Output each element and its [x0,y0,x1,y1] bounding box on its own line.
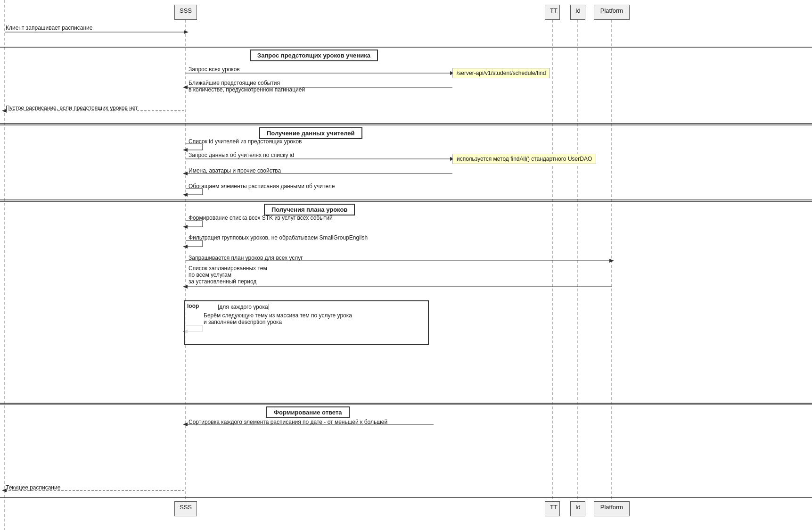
lifeline-tt-bot-label: TT [550,504,558,511]
lifeline-tt-top: TT [545,5,560,20]
section-2-label: Получение данных учителей [267,130,355,137]
lifeline-sss-bot-label: SSS [180,504,192,511]
note-1: /server-api/v1/student/schedule/find [452,68,550,78]
section-header-2: Получение данных учителей [259,127,362,139]
lifeline-platform-bot-label: Platform [600,504,623,511]
lifeline-id-bot-label: Id [575,504,581,511]
section-4-label: Формирование ответа [274,409,342,416]
note-1-text: /server-api/v1/student/schedule/find [457,70,546,76]
section-1-label: Запрос предстоящих уроков ученика [257,52,370,59]
lifeline-sss-top-label: SSS [180,7,192,14]
msg-enrich-schedule: Обогащаем элементы расписания данными об… [189,183,335,190]
msg-planned-topics: Список запланированных тем по всем услуг… [189,265,267,285]
diagram-container: SSS TT Id Platform SSS TT Id Platform За… [0,0,812,530]
lifeline-id-top: Id [570,5,585,20]
lifeline-id-bot: Id [570,501,585,516]
msg-client-request: Клиент запрашивает расписание [6,25,92,31]
msg-request-plan: Запрашивается план уроков для всех услуг [189,255,303,261]
msg-teacher-names: Имена, аватары и прочие свойства [189,167,281,174]
section-header-3: Получения плана уроков [264,204,355,215]
msg-teacher-data-request: Запрос данных об учителях по списку id [189,152,294,158]
svg-marker-24 [183,148,188,152]
loop-condition: [для каждого урока] [218,304,270,310]
msg-empty-schedule: Пустое расписание, если предстоящих урок… [6,105,138,111]
lifeline-sss-top: SSS [174,5,197,20]
section-3-label: Получения плана уроков [271,206,347,213]
svg-marker-50 [183,422,188,426]
lifeline-tt-bot: TT [545,501,560,516]
svg-marker-32 [183,193,188,197]
loop-label: loop [187,303,199,309]
svg-marker-42 [609,259,614,263]
msg-all-lessons: Запрос всех уроков [189,66,240,73]
section-header-4: Формирование ответа [266,406,350,418]
svg-marker-18 [183,85,188,89]
msg-next-topic: Берём следующую тему из массива тем по у… [204,312,352,325]
section-header-1: Запрос предстоящих уроков ученика [250,50,378,61]
note-2: используется метод findAll() стандартног… [452,154,596,164]
svg-marker-36 [183,225,188,229]
msg-teacher-ids: Список id учителей из предстоящих уроков [189,138,302,145]
lifeline-platform-bot: Platform [594,501,630,516]
svg-marker-14 [184,30,189,34]
lifeline-platform-top-label: Platform [600,7,623,14]
msg-upcoming-events: Ближайшие предстоящие события в количест… [189,80,305,93]
lifeline-id-top-label: Id [575,7,581,14]
msg-current-schedule: Текущее расписание [6,484,60,491]
msg-sort-schedule: Сортировка каждого элемента расписания п… [189,419,387,425]
note-2-text: используется метод findAll() стандартног… [457,156,592,162]
lifeline-sss-bot: SSS [174,501,197,516]
lifeline-platform-top: Platform [594,5,630,20]
svg-marker-40 [183,245,188,248]
arrows-svg [0,0,812,530]
svg-marker-44 [183,285,188,289]
msg-stk-list: Формирование списка всех STK из услуг вс… [189,215,333,221]
lifeline-tt-top-label: TT [550,7,558,14]
msg-filter-group: Фильтрация групповых уроков, не обрабаты… [189,234,368,241]
svg-marker-28 [183,172,188,175]
